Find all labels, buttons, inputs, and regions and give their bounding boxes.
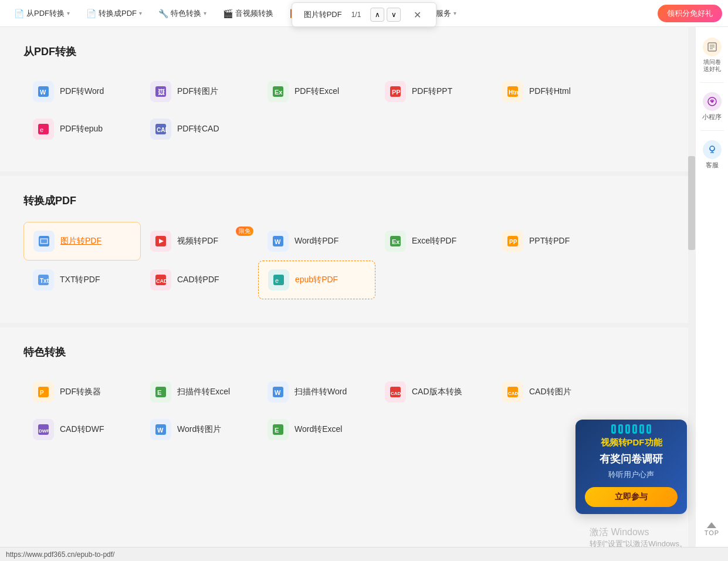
promo-desc: 聆听用户心声 (575, 468, 687, 485)
tool-pdf-image-label: PDF转图片 (177, 86, 218, 97)
sidebar-miniapp-btn[interactable]: 小程序 (697, 87, 727, 126)
right-sidebar: 填问卷 送好礼 小程序 客服 TOP (695, 27, 728, 547)
vip-button[interactable]: 领积分免好礼 (658, 5, 722, 22)
scrollbar[interactable] (688, 27, 695, 547)
nav-from-pdf-arrow: ▾ (67, 10, 70, 16)
promo-ring-2 (618, 424, 623, 434)
svg-text:CAD: CAD (391, 391, 401, 396)
tool-scan-excel-label: 扫描件转Excel (177, 387, 230, 397)
nav-to-pdf[interactable]: 📄 转换成PDF ▾ (78, 0, 150, 27)
sidebar-survey-label: 填问卷 送好礼 (703, 59, 721, 73)
tool-pdf-image[interactable]: 🖼 PDF转图片 (141, 73, 258, 110)
promo-ring-3 (625, 424, 630, 434)
popup-close-btn[interactable]: ✕ (410, 8, 424, 22)
svg-text:W: W (275, 389, 281, 396)
tool-excel-pdf-label: Excel转PDF (412, 236, 456, 246)
tool-word-excel[interactable]: E Word转Excel (258, 411, 375, 448)
statusbar: https://www.pdf365.cn/epub-to-pdf/ (0, 547, 728, 561)
tool-img-pdf[interactable]: 图片转PDF (23, 222, 141, 261)
tool-scan-excel-icon: E (150, 381, 171, 403)
nav-special[interactable]: 🔧 特色转换 ▾ (150, 0, 215, 27)
svg-text:🖼: 🖼 (158, 88, 165, 96)
top-arrow-icon (707, 522, 716, 528)
tool-word-pdf-label: Word转PDF (294, 236, 338, 246)
tool-cad-version-label: CAD版本转换 (412, 387, 462, 397)
nav-to-pdf-arrow: ▾ (139, 10, 142, 16)
svg-text:CAD: CAD (508, 391, 519, 396)
promo-title: 视频转PDF功能 (575, 436, 687, 450)
survey-icon (703, 38, 722, 56)
tool-video-pdf-label: 视频转PDF (177, 236, 218, 246)
tool-video-pdf[interactable]: 视频转PDF 限免 (141, 222, 258, 261)
svg-text:CAD: CAD (157, 127, 167, 133)
tool-cad-img[interactable]: CAD CAD转图片 (493, 373, 610, 411)
tool-video-pdf-badge: 限免 (236, 227, 253, 236)
tool-excel-pdf-icon: Ex (385, 231, 406, 252)
tool-pdf-html-icon: Htm (502, 81, 523, 102)
tool-pdf-epub-label: PDF转epub (60, 124, 103, 134)
promo-rings (575, 420, 687, 436)
service-icon (703, 140, 722, 159)
tool-pdf-converter-icon: P (33, 381, 54, 403)
sidebar-divider-2 (700, 130, 724, 131)
tool-pdf-excel[interactable]: Ex PDF转Excel (258, 73, 375, 110)
tool-cad-pdf-label: CAD转PDF (177, 275, 219, 285)
tool-epub-pdf-icon: e (268, 269, 289, 290)
tool-img-pdf-icon (33, 231, 55, 252)
sidebar-top-btn[interactable]: TOP (702, 518, 722, 541)
tool-pdf-word-icon: W (33, 81, 54, 102)
separator-2 (0, 323, 695, 327)
tool-cad-dwf-label: CAD转DWF (60, 424, 104, 435)
tool-scan-excel[interactable]: E 扫描件转Excel (141, 373, 258, 411)
svg-text:W: W (157, 427, 164, 434)
nav-to-pdf-icon: 📄 (86, 9, 96, 18)
popup-next-btn[interactable]: ∨ (387, 8, 401, 22)
popup-prev-btn[interactable]: ∧ (370, 8, 384, 22)
tool-ppt-pdf-label: PPT转PDF (529, 236, 570, 246)
svg-point-52 (711, 100, 713, 103)
tool-cad-pdf[interactable]: CAD CAD转PDF (141, 261, 258, 299)
tool-txt-pdf-icon: Txt (33, 269, 54, 290)
tool-epub-pdf[interactable]: e epub转PDF (258, 261, 375, 299)
nav-av-label: 音视频转换 (235, 8, 273, 19)
sidebar-survey-btn[interactable]: 填问卷 送好礼 (697, 33, 727, 77)
separator-1 (0, 171, 695, 176)
tool-pdf-ppt[interactable]: PP PDF转PPT (375, 73, 493, 110)
tool-word-pdf[interactable]: W Word转PDF (258, 222, 375, 261)
tool-cad-img-icon: CAD (502, 381, 523, 403)
tool-cad-dwf[interactable]: DWF CAD转DWF (23, 411, 141, 448)
section-to-pdf: 转换成PDF 图片转PDF 视频转PDF 限免 (23, 194, 678, 299)
tool-pdf-html[interactable]: Htm PDF转Html (493, 73, 610, 110)
nav-special-arrow: ▾ (204, 10, 206, 16)
tool-epub-pdf-label: epub转PDF (295, 275, 338, 285)
section-to-pdf-title: 转换成PDF (23, 194, 678, 208)
tool-word-img-label: Word转图片 (177, 424, 221, 435)
miniapp-icon (703, 92, 722, 111)
popup-title: 图片转PDF (304, 9, 342, 20)
tool-cad-dwf-icon: DWF (33, 419, 54, 440)
tool-pdf-epub[interactable]: e PDF转epub (23, 110, 141, 148)
sidebar-divider-1 (700, 82, 724, 83)
svg-text:P: P (40, 390, 44, 396)
sidebar-service-btn[interactable]: 客服 (697, 136, 727, 174)
tool-txt-pdf[interactable]: Txt TXT转PDF (23, 261, 141, 299)
sidebar-service-label: 客服 (706, 161, 719, 169)
tool-word-img[interactable]: W Word转图片 (141, 411, 258, 448)
promo-participate-btn[interactable]: 立即参与 (585, 487, 678, 507)
tool-pdf-ppt-label: PDF转PPT (412, 86, 452, 97)
tool-word-excel-label: Word转Excel (294, 424, 342, 435)
tool-pdf-cad[interactable]: CAD PDF转CAD (141, 110, 258, 148)
from-pdf-tools-grid: W PDF转Word 🖼 PDF转图片 Ex PDF转Excel (23, 73, 678, 148)
tool-excel-pdf[interactable]: Ex Excel转PDF (375, 222, 493, 261)
tool-ppt-pdf[interactable]: PP PPT转PDF (493, 222, 610, 261)
tool-scan-word[interactable]: W 扫描件转Word (258, 373, 375, 411)
popup-page: 1/1 (351, 11, 361, 19)
tool-pdf-word[interactable]: W PDF转Word (23, 73, 141, 110)
nav-from-pdf[interactable]: 📄 从PDF转换 ▾ (6, 0, 78, 27)
svg-text:Ex: Ex (392, 238, 400, 245)
nav-value-add-arrow: ▾ (453, 10, 456, 16)
nav-av[interactable]: 🎬 音视频转换 (215, 0, 282, 27)
tool-pdf-converter[interactable]: P PDF转换器 (23, 373, 141, 411)
tool-cad-version[interactable]: CAD CAD版本转换 (375, 373, 493, 411)
promo-subtitle: 有奖问卷调研 (575, 450, 687, 468)
